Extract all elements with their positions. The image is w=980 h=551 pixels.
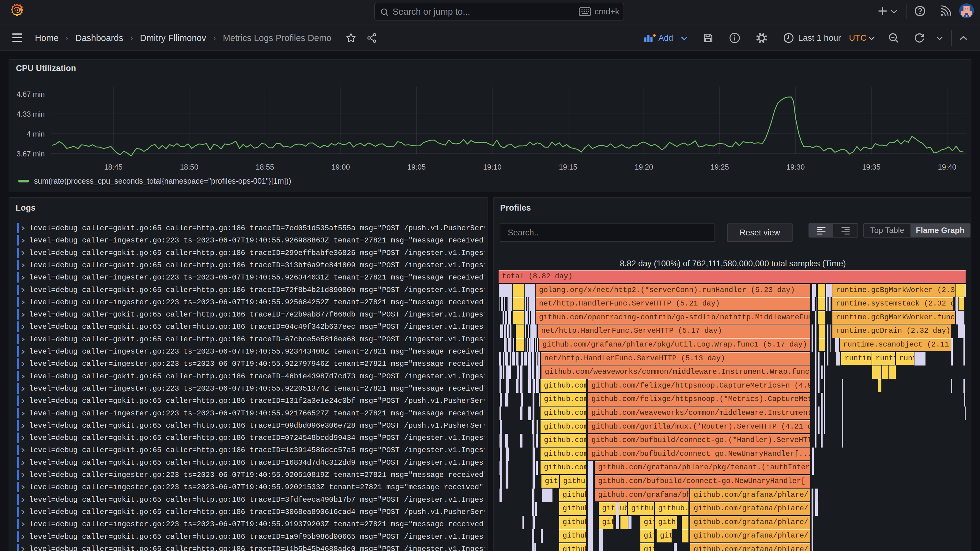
svg-text:4 min: 4 min (27, 130, 45, 138)
svg-text:18:45: 18:45 (104, 163, 123, 171)
svg-text:19:30: 19:30 (786, 163, 805, 171)
svg-text:19:05: 19:05 (407, 163, 426, 171)
svg-text:19:35: 19:35 (862, 163, 880, 171)
svg-text:18:55: 18:55 (256, 163, 274, 171)
svg-text:19:00: 19:00 (331, 163, 350, 171)
svg-text:3.67 min: 3.67 min (16, 150, 45, 158)
svg-text:19:40: 19:40 (938, 163, 956, 171)
svg-text:19:15: 19:15 (559, 163, 577, 171)
svg-text:19:10: 19:10 (483, 163, 501, 171)
svg-text:4.33 min: 4.33 min (16, 110, 45, 118)
svg-text:19:25: 19:25 (711, 163, 729, 171)
svg-text:4.67 min: 4.67 min (16, 90, 45, 98)
svg-text:19:20: 19:20 (635, 163, 653, 171)
svg-text:18:50: 18:50 (180, 163, 198, 171)
